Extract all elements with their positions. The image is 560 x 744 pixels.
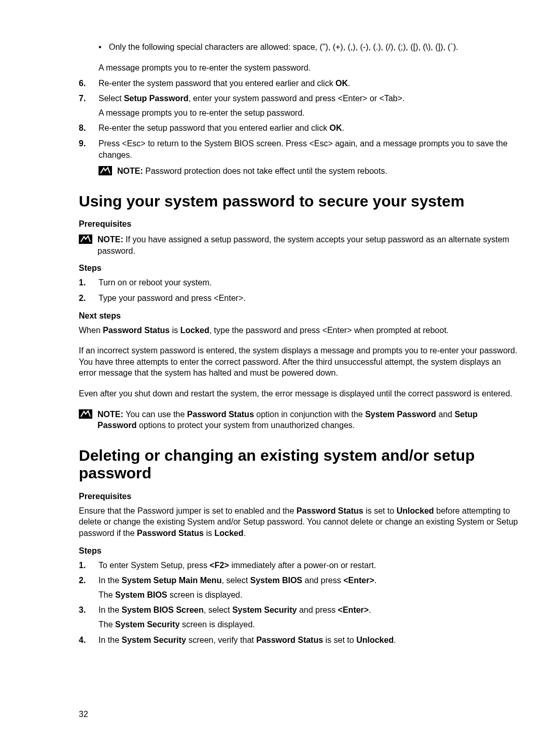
step-text: In the System Setup Main Menu, select Sy… [99, 575, 519, 600]
note-text: NOTE: Password protection does not take … [117, 166, 387, 177]
note-password-status-option: NOTE: You can use the Password Status op… [79, 409, 519, 431]
step-number: 6. [79, 78, 99, 89]
step-text: Re-enter the system password that you en… [99, 78, 519, 89]
note-password-protection: NOTE: Password protection does not take … [99, 166, 519, 177]
intro-reenter-msg: A message prompts you to re-enter the sy… [99, 62, 519, 74]
heading-using-password: Using your system password to secure you… [79, 192, 519, 211]
step-system-security: 3. In the System BIOS Screen, select Sys… [79, 604, 519, 630]
bullet-text: Only the following special characters ar… [109, 43, 458, 52]
note-text: NOTE: You can use the Password Status op… [97, 409, 519, 431]
step-7: 7. Select Setup Password, enter your sys… [79, 93, 519, 118]
heading-deleting-password: Deleting or changing an existing system … [79, 447, 519, 483]
step-text: In the System Security screen, verify th… [99, 635, 519, 646]
step-6: 6. Re-enter the system password that you… [79, 78, 519, 89]
note-icon [79, 409, 92, 419]
step-text: Select Setup Password, enter your system… [99, 93, 519, 118]
step-type-password: 2. Type your password and press <Enter>. [79, 293, 519, 304]
step-text: Press <Esc> to return to the System BIOS… [99, 138, 519, 160]
step-turn-on: 1. Turn on or reboot your system. [79, 277, 519, 288]
step-number: 1. [79, 560, 99, 571]
step-number: 1. [79, 277, 99, 288]
next-steps-p3: Even after you shut down and restart the… [79, 388, 519, 399]
page-number: 32 [79, 710, 88, 719]
step-system-bios: 2. In the System Setup Main Menu, select… [79, 575, 519, 600]
heading-prerequisites: Prerequisites [79, 219, 519, 229]
step-9: 9. Press <Esc> to return to the System B… [79, 138, 519, 160]
step-enter-setup: 1. To enter System Setup, press <F2> imm… [79, 560, 519, 571]
note-icon [99, 166, 112, 175]
step-number: 8. [79, 122, 99, 134]
step-number: 9. [79, 138, 99, 160]
heading-next-steps: Next steps [79, 311, 519, 321]
step-number: 7. [79, 93, 99, 118]
note-icon [79, 235, 92, 244]
bullet-dot: • [99, 43, 109, 52]
bullet-special-chars: • Only the following special characters … [99, 43, 519, 52]
heading-prerequisites-2: Prerequisites [79, 492, 519, 501]
next-steps-p1: When Password Status is Locked, type the… [79, 325, 519, 336]
step-text: Re-enter the setup password that you ent… [99, 122, 519, 134]
step-text: Turn on or reboot your system. [99, 277, 519, 288]
step-8: 8. Re-enter the setup password that you … [79, 122, 519, 134]
step-number: 2. [79, 575, 99, 600]
document-page: • Only the following special characters … [0, 0, 560, 744]
next-steps-p2: If an incorrect system password is enter… [79, 345, 519, 379]
step-number: 2. [79, 293, 99, 304]
note-text: NOTE: If you have assigned a setup passw… [97, 234, 519, 256]
note-alternate-password: NOTE: If you have assigned a setup passw… [79, 234, 519, 256]
step-text: In the System BIOS Screen, select System… [99, 604, 519, 630]
step-verify-unlocked: 4. In the System Security screen, verify… [79, 635, 519, 646]
heading-steps-2: Steps [79, 546, 519, 556]
step-text: Type your password and press <Enter>. [99, 293, 519, 304]
step-text: To enter System Setup, press <F2> immedi… [99, 560, 519, 571]
step-number: 3. [79, 604, 99, 630]
heading-steps: Steps [79, 264, 519, 273]
prereq-paragraph: Ensure that the Password jumper is set t… [79, 505, 519, 539]
step-number: 4. [79, 635, 99, 646]
